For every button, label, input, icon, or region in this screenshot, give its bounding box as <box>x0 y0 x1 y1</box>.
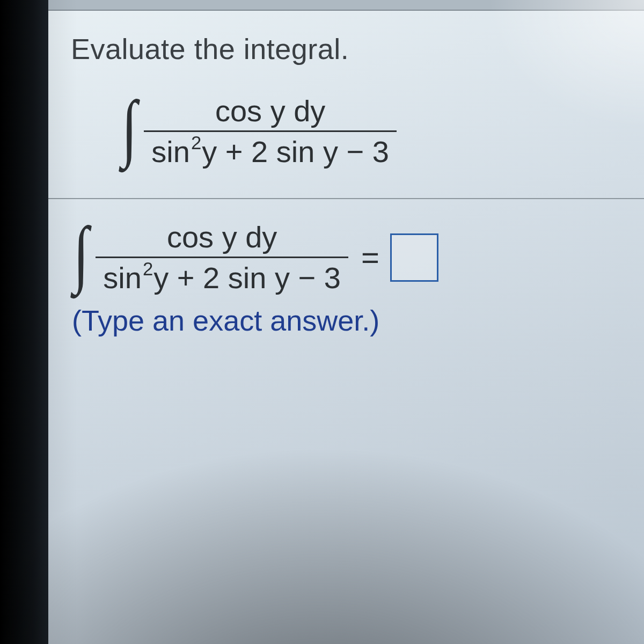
answer-hint: (Type an exact answer.) <box>71 304 621 337</box>
photo-dark-edge <box>0 0 48 644</box>
denom-part-rest: y + 2 sin y − 3 <box>202 135 389 169</box>
fraction-numerator: cos y dy <box>159 217 284 257</box>
problem-integral: ∫ cos y dy sin2y + 2 sin y − 3 <box>71 91 621 187</box>
denom-exponent: 2 <box>143 259 153 279</box>
equals-sign: = <box>361 239 379 275</box>
question-panel: Evaluate the integral. ∫ cos y dy sin2y … <box>48 0 644 644</box>
answer-input-box[interactable] <box>390 233 438 282</box>
problem-prompt: Evaluate the integral. <box>71 32 621 65</box>
fraction-numerator: cos y dy <box>208 91 333 130</box>
integral-icon: ∫ <box>122 101 137 153</box>
integral-fraction: cos y dy sin2y + 2 sin y − 3 <box>144 91 397 171</box>
answer-equation-row: ∫ cos y dy sin2y + 2 sin y − 3 = <box>71 217 621 297</box>
denom-part-sin: sin <box>151 135 190 169</box>
denom-part-rest: y + 2 sin y − 3 <box>153 261 341 295</box>
denom-part-sin: sin <box>103 261 142 295</box>
integral-icon: ∫ <box>74 227 89 280</box>
window-top-strip <box>48 0 644 11</box>
answer-section: ∫ cos y dy sin2y + 2 sin y − 3 = (Type a… <box>48 199 644 348</box>
fraction-denominator: sin2y + 2 sin y − 3 <box>144 132 397 171</box>
problem-section: Evaluate the integral. ∫ cos y dy sin2y … <box>48 11 644 199</box>
fraction-denominator: sin2y + 2 sin y − 3 <box>96 258 348 297</box>
denom-exponent: 2 <box>191 133 201 153</box>
answer-integral-fraction: cos y dy sin2y + 2 sin y − 3 <box>96 217 348 297</box>
